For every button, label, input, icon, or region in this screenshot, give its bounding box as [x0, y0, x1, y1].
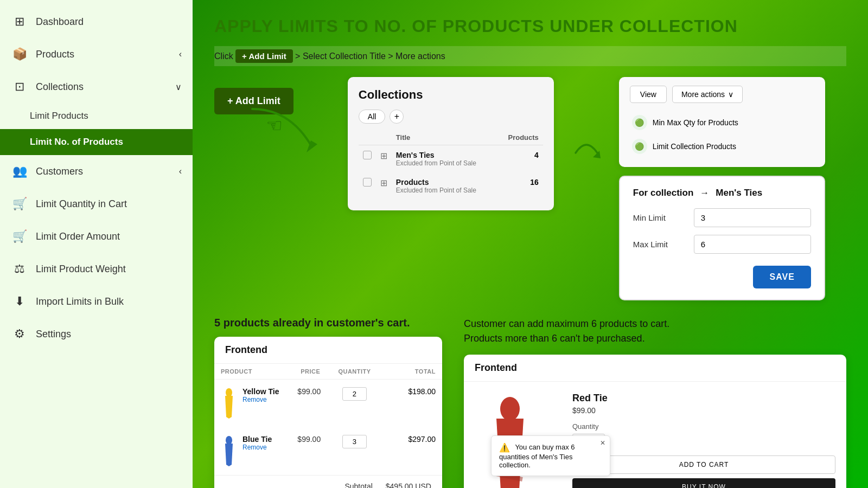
min-limit-input[interactable]: [694, 208, 811, 227]
blue-tie-image: [221, 435, 237, 467]
tab-plus[interactable]: +: [390, 110, 404, 124]
instruction-suffix: > Select Collection Title > More actions: [295, 52, 445, 61]
sidebar-item-import-limits[interactable]: ⬇ Import Limits in Bulk: [0, 285, 193, 318]
subtotal-label: Subtotal: [214, 476, 379, 489]
action-icon-limit-collection: 🟢: [632, 139, 647, 154]
table-row: ⊞ Products Excluded from Point of Sale 1…: [359, 172, 543, 200]
more-actions-button[interactable]: More actions ∨: [672, 86, 743, 103]
cart-row-yellow-tie: Yellow Tie Remove $99.00 2 $198.00: [214, 380, 442, 428]
svg-marker-3: [225, 396, 233, 419]
product-price: $99.00: [291, 380, 330, 428]
sidebar-item-limit-products[interactable]: Limit Products: [0, 103, 193, 129]
sidebar-item-limit-qty-cart[interactable]: 🛒 Limit Quantity in Cart: [0, 188, 193, 220]
collection-count: 4: [496, 145, 542, 173]
tooltip-box: ⚠️ You can buy max 6 quantities of Men's…: [491, 435, 610, 476]
frontend-cart-panel: Frontend PRODUCT PRICE QUANTITY TOTAL: [214, 337, 442, 488]
warning-icon: ⚠️: [499, 443, 510, 452]
svg-marker-5: [225, 444, 233, 466]
qty-label: Quantity: [572, 422, 835, 431]
chevron-down-icon: ∨: [175, 82, 182, 92]
dashboard-icon: ⊞: [11, 13, 28, 30]
sidebar-item-label: Limit Product Weight: [36, 264, 126, 275]
demo-area: + Add Limit ☞ Collections All + Title: [214, 77, 846, 300]
grid-icon: ⊞: [380, 178, 387, 188]
form-arrow: →: [700, 188, 709, 198]
sidebar-item-label: Limit Order Amount: [36, 231, 120, 242]
product-remove[interactable]: Remove: [242, 396, 279, 403]
checkbox[interactable]: [363, 151, 372, 159]
sidebar-item-collections[interactable]: ⊡ Collections ∨: [0, 70, 193, 103]
sidebar-item-dashboard[interactable]: ⊞ Dashboard: [0, 5, 193, 38]
product-total: $198.00: [379, 380, 442, 428]
collections-icon: ⊡: [11, 78, 28, 95]
product-qty: 2: [342, 387, 367, 401]
view-panel: View More actions ∨ 🟢 Min Max Qty for Pr…: [619, 77, 825, 167]
chevron-left-icon2: ‹: [179, 166, 182, 176]
sidebar-item-settings[interactable]: ⚙ Settings: [0, 318, 193, 350]
instruction-add-limit: + Add Limit: [235, 49, 293, 63]
weight-icon: ⚖: [11, 260, 28, 278]
product-remove[interactable]: Remove: [242, 444, 272, 451]
action-label-limit-collection: Limit Collection Products: [653, 142, 736, 151]
collection-sub: Excluded from Point of Sale: [396, 159, 493, 167]
view-button[interactable]: View: [630, 86, 667, 103]
collections-panel: Collections All + Title Products: [348, 77, 554, 210]
grid-icon: ⊞: [380, 151, 387, 160]
checkbox[interactable]: [363, 178, 372, 187]
subtotal-value: $495.00 USD: [379, 476, 442, 489]
form-collection-name: Men's Ties: [716, 188, 762, 198]
right-lower: Customer can add maximum 6 products to c…: [464, 317, 846, 488]
sidebar-item-label: Collections: [36, 81, 84, 93]
sidebar-item-limit-order[interactable]: 🛒 Limit Order Amount: [0, 220, 193, 253]
sidebar-item-limit-weight[interactable]: ⚖ Limit Product Weight: [0, 253, 193, 285]
product-page-panel: Frontend: [464, 355, 846, 488]
action-item-min-max[interactable]: 🟢 Min Max Qty for Products: [630, 111, 814, 134]
product-details: Red Tie $99.00 Quantity ADD TO CART BUY …: [572, 393, 835, 488]
max-limit-input[interactable]: [694, 235, 811, 254]
svg-point-4: [226, 436, 232, 445]
tab-all[interactable]: All: [359, 110, 386, 124]
action-icon-min-max: 🟢: [632, 115, 647, 130]
sidebar-item-customers[interactable]: 👥 Customers ‹: [0, 155, 193, 188]
cart-table: PRODUCT PRICE QUANTITY TOTAL: [214, 364, 442, 488]
sidebar-item-products[interactable]: 📦 Products ‹: [0, 38, 193, 70]
customers-icon: 👥: [11, 163, 28, 180]
buy-it-now-button[interactable]: BUY IT NOW: [572, 478, 835, 488]
yellow-tie-image: [221, 387, 237, 420]
max-limit-label: Max Limit: [633, 240, 687, 249]
order-icon: 🛒: [11, 228, 28, 245]
product-name: Yellow Tie: [242, 387, 279, 396]
action-item-limit-collection[interactable]: 🟢 Limit Collection Products: [630, 134, 814, 158]
cart-icon: 🛒: [11, 195, 28, 213]
min-limit-label: Min Limit: [633, 213, 687, 222]
right-area: View More actions ∨ 🟢 Min Max Qty for Pr…: [619, 77, 825, 300]
sidebar-item-label: Import Limits in Bulk: [36, 296, 124, 307]
tooltip-close[interactable]: ✕: [600, 439, 605, 447]
chevron-down-icon: ∨: [728, 90, 733, 99]
collection-name: Products: [396, 178, 493, 187]
save-button[interactable]: SAVE: [753, 266, 810, 288]
import-icon: ⬇: [11, 293, 28, 310]
sidebar-item-label: Customers: [36, 166, 83, 177]
collection-name: Men's Ties: [396, 151, 493, 159]
limit-form-title: For collection → Men's Ties: [633, 188, 811, 198]
action-label-min-max: Min Max Qty for Products: [653, 118, 738, 127]
min-limit-row: Min Limit: [633, 208, 811, 227]
col-price: PRICE: [291, 364, 330, 380]
arrow-decoration: [247, 104, 323, 158]
product-name-display: Red Tie: [572, 393, 835, 404]
add-to-cart-button[interactable]: ADD TO CART: [572, 455, 835, 474]
product-page-header: Frontend: [464, 355, 846, 382]
tab-row: All +: [359, 110, 543, 124]
more-actions-label: More actions: [681, 90, 725, 99]
svg-point-2: [226, 388, 232, 397]
collection-sub: Excluded from Point of Sale: [396, 187, 493, 194]
view-actions-row: View More actions ∨: [630, 86, 814, 103]
svg-point-6: [500, 397, 520, 421]
cart-row-blue-tie: Blue Tie Remove $99.00 3 $297.00: [214, 427, 442, 476]
collections-panel-title: Collections: [359, 88, 543, 102]
max-limit-row: Max Limit: [633, 235, 811, 254]
collections-table: Title Products ⊞ Men's Ties Excluded fro…: [359, 130, 543, 200]
sidebar-item-limit-no-products[interactable]: Limit No. of Products: [0, 129, 193, 155]
sidebar-item-label: Limit No. of Products: [30, 137, 123, 147]
